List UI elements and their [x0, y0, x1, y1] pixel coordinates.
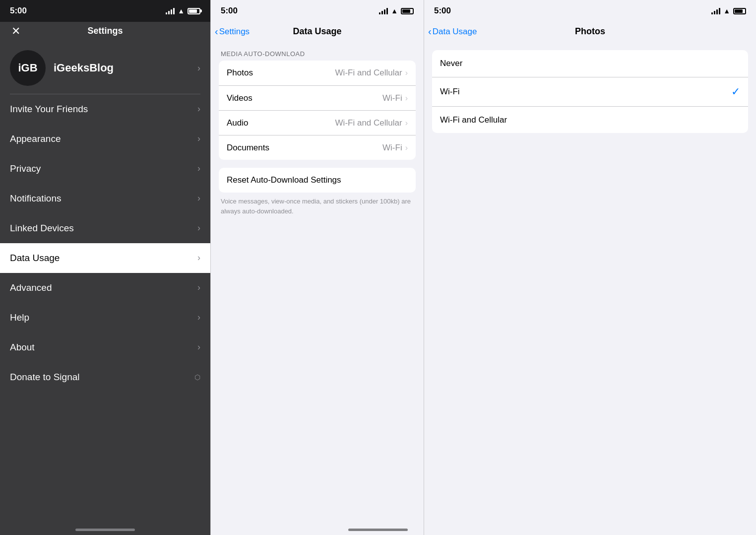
avatar: iGB — [10, 50, 46, 86]
status-bar-3: 5:00 ▲ — [424, 0, 756, 22]
sidebar-item-privacy[interactable]: Privacy › — [0, 154, 210, 184]
chevron-left-icon: ‹ — [215, 26, 218, 37]
status-time-3: 5:00 — [434, 6, 451, 16]
reset-section: Reset Auto-Download Settings — [219, 168, 416, 193]
sidebar-item-about[interactable]: About › — [0, 333, 210, 362]
audio-value-text: Wi-Fi and Cellular — [335, 118, 402, 128]
signal-icon-3 — [711, 7, 720, 14]
photos-title: Photos — [575, 26, 605, 37]
photos-item[interactable]: Photos Wi-Fi and Cellular › — [219, 61, 416, 85]
never-option[interactable]: Never — [432, 50, 748, 77]
chevron-right-icon: › — [197, 193, 200, 203]
chevron-right-icon: › — [197, 134, 200, 144]
videos-item[interactable]: Videos Wi-Fi › — [219, 85, 416, 110]
data-usage-header: ‹ Settings Data Usage — [211, 22, 424, 42]
section-label: MEDIA AUTO-DOWNLOAD — [211, 42, 424, 61]
chevron-right-icon: › — [405, 143, 408, 152]
menu-label: Linked Devices — [10, 223, 74, 234]
reset-button[interactable]: Reset Auto-Download Settings — [219, 168, 416, 193]
videos-value: Wi-Fi › — [382, 93, 408, 103]
documents-value: Wi-Fi › — [382, 143, 408, 153]
chevron-right-icon: › — [405, 68, 408, 77]
videos-label: Videos — [227, 93, 252, 103]
data-usage-panel: 5:00 ▲ ‹ Settings Data Usage MEDIA AUTO-… — [210, 0, 424, 535]
close-button[interactable]: ✕ — [8, 23, 24, 39]
status-icons-3: ▲ — [711, 7, 746, 15]
back-label: Settings — [219, 27, 250, 37]
chevron-right-icon: › — [197, 342, 200, 352]
photos-panel: 5:00 ▲ ‹ Data Usage Photos Never Wi-Fi ✓… — [424, 0, 756, 535]
media-auto-download-list: Photos Wi-Fi and Cellular › Videos Wi-Fi… — [219, 61, 416, 160]
chevron-right-icon: › — [197, 63, 200, 73]
menu-label: Appearance — [10, 134, 61, 144]
sidebar-item-invite[interactable]: Invite Your Friends › — [0, 94, 210, 124]
data-usage-title: Data Usage — [293, 26, 341, 37]
home-indicator — [348, 529, 408, 531]
audio-label: Audio — [227, 118, 248, 128]
chevron-right-icon: › — [197, 282, 200, 293]
back-button[interactable]: ‹ Settings — [211, 26, 250, 37]
chevron-right-icon: › — [405, 119, 408, 128]
sidebar-item-donate[interactable]: Donate to Signal ⬡ — [0, 362, 210, 392]
checkmark-icon: ✓ — [731, 85, 740, 98]
documents-value-text: Wi-Fi — [382, 143, 402, 153]
sidebar-item-linked-devices[interactable]: Linked Devices › — [0, 213, 210, 243]
photos-value-text: Wi-Fi and Cellular — [335, 68, 402, 78]
footnote: Voice messages, view-once media, and sti… — [211, 193, 424, 224]
chevron-right-icon: › — [197, 253, 200, 263]
chevron-right-icon: › — [405, 94, 408, 103]
menu-label: Privacy — [10, 163, 41, 174]
wifi-cellular-label: Wi-Fi and Cellular — [440, 115, 507, 125]
chevron-right-icon: › — [197, 223, 200, 233]
audio-item[interactable]: Audio Wi-Fi and Cellular › — [219, 110, 416, 135]
close-icon: ✕ — [11, 25, 20, 38]
status-bar-1: 5:00 ▲ — [0, 0, 210, 22]
photos-value: Wi-Fi and Cellular › — [335, 68, 408, 78]
sidebar-item-advanced[interactable]: Advanced › — [0, 273, 210, 303]
status-time-1: 5:00 — [10, 6, 27, 16]
status-time-2: 5:00 — [221, 6, 238, 16]
wifi-cellular-option[interactable]: Wi-Fi and Cellular — [432, 106, 748, 133]
sidebar-item-data-usage[interactable]: Data Usage › — [0, 243, 210, 273]
status-icons-1: ▲ — [166, 7, 200, 15]
audio-value: Wi-Fi and Cellular › — [335, 118, 408, 128]
battery-icon-1 — [188, 8, 200, 14]
sidebar-item-appearance[interactable]: Appearance › — [0, 124, 210, 154]
sidebar-item-notifications[interactable]: Notifications › — [0, 184, 210, 213]
battery-icon-3 — [733, 8, 746, 14]
documents-item[interactable]: Documents Wi-Fi › — [219, 135, 416, 160]
menu-label: About — [10, 342, 35, 353]
settings-panel: 5:00 ▲ ✕ Settings iGB iGeeksBlog › Invit… — [0, 0, 210, 535]
chevron-right-icon: › — [197, 163, 200, 174]
status-bar-2: 5:00 ▲ — [211, 0, 424, 22]
back-label: Data Usage — [433, 27, 477, 37]
sidebar-item-help[interactable]: Help › — [0, 303, 210, 333]
status-icons-2: ▲ — [379, 7, 414, 15]
photos-options-list: Never Wi-Fi ✓ Wi-Fi and Cellular — [432, 50, 748, 133]
photos-header: ‹ Data Usage Photos — [424, 22, 756, 42]
back-button[interactable]: ‹ Data Usage — [424, 26, 477, 37]
menu-label: Help — [10, 312, 29, 323]
chevron-right-icon: › — [197, 104, 200, 114]
battery-icon-2 — [401, 8, 414, 14]
wifi-icon-3: ▲ — [723, 7, 730, 15]
documents-label: Documents — [227, 143, 269, 153]
menu-label: Invite Your Friends — [10, 104, 88, 115]
wifi-option[interactable]: Wi-Fi ✓ — [432, 77, 748, 106]
menu-label: Advanced — [10, 282, 52, 293]
reset-label: Reset Auto-Download Settings — [227, 175, 341, 185]
signal-icon-1 — [166, 7, 175, 14]
videos-value-text: Wi-Fi — [382, 93, 402, 103]
profile-row[interactable]: iGB iGeeksBlog › — [0, 42, 210, 94]
settings-header: ✕ Settings — [0, 22, 210, 42]
signal-icon-2 — [379, 7, 388, 14]
external-link-icon: ⬡ — [194, 373, 200, 381]
never-label: Never — [440, 59, 462, 68]
menu-label: Data Usage — [10, 253, 60, 264]
wifi-label: Wi-Fi — [440, 87, 460, 97]
chevron-left-icon: ‹ — [428, 26, 432, 37]
profile-name: iGeeksBlog — [54, 62, 189, 74]
wifi-icon-1: ▲ — [178, 7, 185, 15]
wifi-icon-2: ▲ — [391, 7, 398, 15]
avatar-initials: iGB — [18, 62, 37, 74]
